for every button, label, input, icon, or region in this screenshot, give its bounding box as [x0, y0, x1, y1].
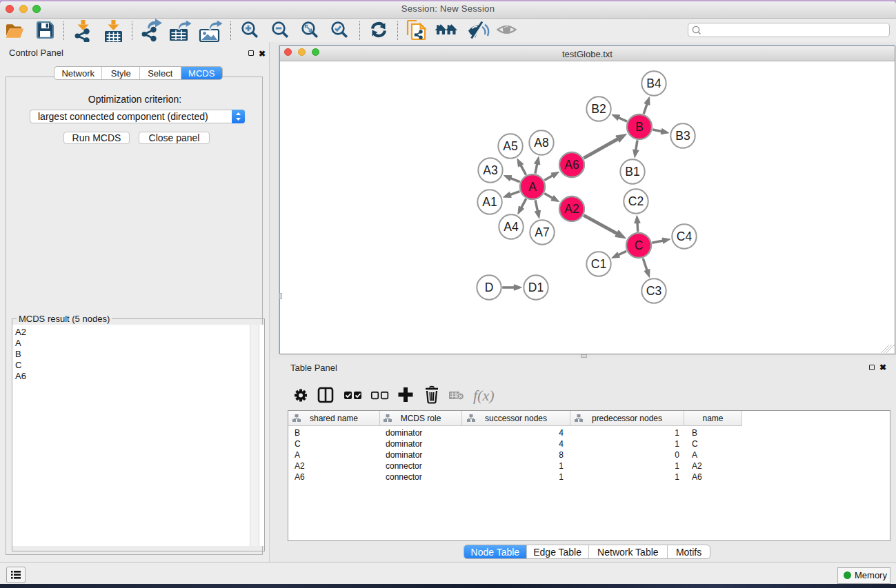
svg-text:A: A	[528, 180, 537, 194]
svg-text:D: D	[485, 281, 494, 294]
svg-text:f(x): f(x)	[473, 387, 495, 404]
svg-text:B: B	[635, 120, 644, 134]
svg-text:B3: B3	[675, 129, 690, 143]
svg-text:A4: A4	[504, 220, 519, 234]
svg-text:A8: A8	[534, 136, 548, 150]
svg-text:A7: A7	[535, 225, 549, 239]
svg-text:C: C	[635, 239, 644, 252]
svg-text:A2: A2	[564, 202, 579, 216]
svg-text:C4: C4	[677, 230, 693, 243]
svg-text:B1: B1	[625, 165, 639, 179]
svg-text:C3: C3	[646, 284, 661, 298]
svg-text:C1: C1	[591, 257, 606, 271]
svg-text:B2: B2	[591, 102, 606, 116]
svg-text:B4: B4	[646, 77, 661, 90]
svg-text:A1: A1	[482, 195, 497, 209]
svg-text:C2: C2	[628, 194, 644, 208]
svg-text:A3: A3	[483, 163, 497, 177]
svg-text:A6: A6	[564, 158, 579, 172]
svg-text:A5: A5	[503, 139, 517, 153]
svg-text:D1: D1	[528, 281, 544, 294]
